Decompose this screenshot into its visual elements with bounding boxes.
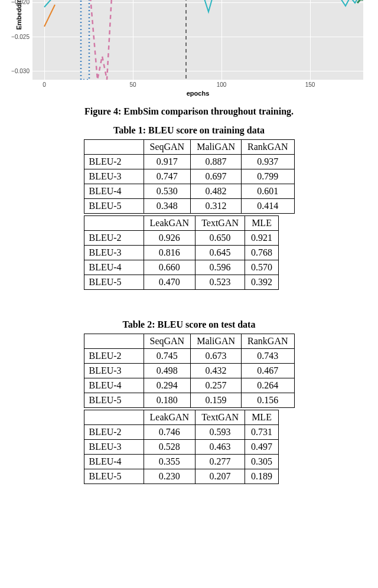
table-row: BLEU-2 0.926 0.650 0.921 — [84, 231, 279, 246]
table-row: BLEU-3 0.528 0.463 0.497 — [84, 440, 279, 455]
table-row: BLEU-5 0.230 0.207 0.189 — [84, 469, 279, 484]
table-row: SeqGAN MaliGAN RankGAN — [84, 334, 294, 349]
table-row: BLEU-3 0.498 0.432 0.467 — [84, 364, 294, 378]
chart-partial: Embedding s −0.020 −0.025 −0.030 — [0, 0, 378, 100]
y-tick-2: −0.030 — [6, 68, 30, 74]
table-1-block-a: SeqGAN MaliGAN RankGAN BLEU-2 0.917 0.88… — [84, 139, 295, 214]
y-tick-0: −0.020 — [6, 0, 30, 5]
y-tick-1: −0.025 — [6, 34, 30, 40]
table-row: SeqGAN MaliGAN RankGAN — [84, 140, 294, 155]
table-row: BLEU-2 0.917 0.887 0.937 — [84, 155, 294, 169]
table-1-caption: Table 1: BLEU score on training data — [0, 125, 378, 136]
table-row: BLEU-3 0.816 0.645 0.768 — [84, 246, 279, 260]
table-row: BLEU-3 0.747 0.697 0.799 — [84, 169, 294, 184]
chart-svg — [32, 0, 363, 80]
table-1: SeqGAN MaliGAN RankGAN BLEU-2 0.917 0.88… — [0, 139, 378, 290]
x-tick-0: 0 — [43, 81, 46, 88]
x-tick-1: 50 — [129, 81, 136, 88]
table-row: BLEU-2 0.746 0.593 0.731 — [84, 425, 279, 440]
table-1-block-b: LeakGAN TextGAN MLE BLEU-2 0.926 0.650 0… — [84, 215, 279, 290]
table-row: BLEU-5 0.348 0.312 0.414 — [84, 199, 294, 214]
table-row: BLEU-5 0.470 0.523 0.392 — [84, 275, 279, 290]
table-2-block-a: SeqGAN MaliGAN RankGAN BLEU-2 0.745 0.67… — [84, 334, 295, 408]
x-tick-3: 150 — [305, 81, 315, 88]
table-row: BLEU-4 0.294 0.257 0.264 — [84, 378, 294, 393]
x-axis-label: epochs — [32, 90, 363, 97]
table-row: BLEU-2 0.745 0.673 0.743 — [84, 349, 294, 364]
figure-4-caption: Figure 4: EmbSim comparison throughout t… — [0, 106, 378, 117]
table-row: BLEU-4 0.530 0.482 0.601 — [84, 184, 294, 199]
table-row: BLEU-4 0.660 0.596 0.570 — [84, 260, 279, 275]
table-row: LeakGAN TextGAN MLE — [84, 410, 279, 425]
table-row: BLEU-4 0.355 0.277 0.305 — [84, 455, 279, 469]
table-2: SeqGAN MaliGAN RankGAN BLEU-2 0.745 0.67… — [0, 334, 378, 484]
table-row: BLEU-5 0.180 0.159 0.156 — [84, 393, 294, 408]
table-2-caption: Table 2: BLEU score on test data — [0, 319, 378, 330]
plot-panel — [32, 0, 363, 80]
table-row: LeakGAN TextGAN MLE — [84, 216, 279, 231]
x-tick-2: 100 — [217, 81, 227, 88]
table-2-block-b: LeakGAN TextGAN MLE BLEU-2 0.746 0.593 0… — [84, 410, 279, 484]
